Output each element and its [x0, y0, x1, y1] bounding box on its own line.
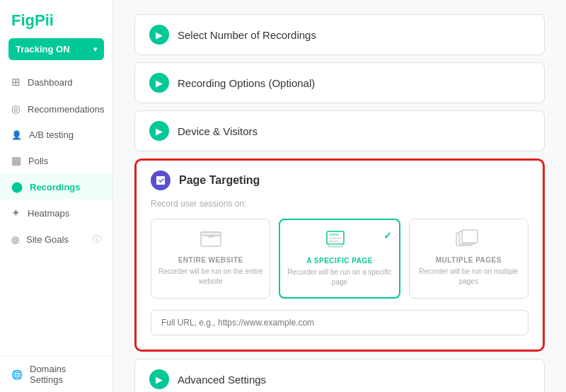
multiple-pages-name: MULTIPLE PAGES [417, 256, 521, 264]
select-recordings-title: Select Number of Recordings [178, 29, 316, 41]
svg-rect-6 [329, 241, 339, 242]
sidebar-item-ab-testing[interactable]: 👤 A/B testing [0, 122, 112, 147]
logo-pii: Pii [35, 11, 54, 29]
advanced-settings-title: Advanced Settings [178, 374, 266, 386]
option-multiple-pages[interactable]: MULTIPLE PAGES Recorder will be run on m… [409, 219, 529, 299]
sidebar-item-site-goals[interactable]: ◎ Site Goals ⓘ [0, 226, 112, 253]
polls-icon: ▦ [11, 154, 21, 167]
sidebar-item-recordings[interactable]: ⬤ Recordings [0, 174, 112, 200]
sidebar-item-recommendations[interactable]: ◎ Recommendations [0, 96, 112, 122]
multiple-pages-desc: Recorder will be run on multiple pages [417, 267, 521, 287]
option-entire-website[interactable]: .com ENTIRE WEBSITE Recorder will be run… [151, 219, 270, 299]
url-input[interactable] [151, 310, 529, 335]
select-recordings-icon: ▶ [149, 25, 169, 45]
checkmark-icon: ✓ [383, 230, 392, 241]
sidebar: FigPii Tracking ON ▾ ⊞ Dashboard ◎ Recom… [0, 0, 113, 392]
tracking-label: Tracking ON [16, 44, 70, 54]
targeting-options: .com ENTIRE WEBSITE Recorder will be run… [151, 219, 529, 299]
device-visitors-title: Device & Visitors [178, 125, 258, 137]
domains-icon: 🌐 [11, 369, 23, 380]
sidebar-nav: ⊞ Dashboard ◎ Recommendations 👤 A/B test… [0, 69, 112, 356]
device-visitors-icon: ▶ [149, 121, 169, 141]
main-content: ▶ Select Number of Recordings ▶ Recordin… [113, 0, 566, 392]
svg-rect-4 [329, 234, 339, 236]
select-recordings-section[interactable]: ▶ Select Number of Recordings [134, 14, 545, 55]
ab-testing-icon: 👤 [11, 130, 22, 140]
sidebar-item-label: A/B testing [29, 129, 74, 140]
heatmaps-icon: ✦ [11, 207, 21, 219]
sidebar-item-label: Recommendations [28, 104, 104, 115]
recommendations-icon: ◎ [11, 103, 21, 115]
page-targeting-section: Page Targeting Record user sessions on: … [134, 158, 545, 352]
recording-options-title: Recording Options (Optional) [178, 77, 315, 89]
sidebar-item-label: Dashboard [28, 77, 73, 88]
entire-website-desc: Recorder will be run on the entire websi… [158, 267, 262, 287]
sidebar-item-label: Site Goals [26, 234, 69, 245]
specific-page-icon: ✓ [287, 230, 391, 253]
recording-options-section[interactable]: ▶ Recording Options (Optional) [134, 62, 545, 103]
option-specific-page[interactable]: ✓ A SPECIFIC PAGE Recorder will be run o… [279, 219, 400, 299]
multiple-pages-icon [417, 229, 521, 252]
record-label: Record user sessions on: [151, 199, 529, 209]
sidebar-item-label: Heatmaps [28, 208, 69, 219]
specific-page-desc: Recorder will be run on a specific page [287, 267, 391, 287]
specific-page-name: A SPECIFIC PAGE [287, 257, 391, 265]
device-visitors-section[interactable]: ▶ Device & Visitors [134, 110, 545, 151]
entire-website-icon: .com [158, 229, 262, 252]
svg-rect-7 [328, 244, 342, 247]
info-icon: ⓘ [93, 234, 101, 246]
svg-text:.com: .com [207, 234, 214, 238]
site-goals-icon: ◎ [11, 234, 19, 245]
recordings-icon: ⬤ [11, 181, 23, 192]
advanced-settings-icon: ▶ [149, 369, 169, 389]
tracking-button[interactable]: Tracking ON ▾ [8, 38, 104, 60]
recording-options-icon: ▶ [149, 73, 169, 93]
sidebar-item-polls[interactable]: ▦ Polls [0, 147, 112, 174]
sidebar-item-label: Recordings [30, 182, 81, 192]
sidebar-item-heatmaps[interactable]: ✦ Heatmaps [0, 200, 112, 226]
svg-rect-5 [329, 238, 342, 239]
advanced-settings-section[interactable]: ▶ Advanced Settings [134, 359, 545, 392]
page-targeting-title: Page Targeting [179, 174, 260, 187]
sidebar-item-label: Polls [28, 156, 48, 166]
sidebar-item-domains[interactable]: 🌐 Domains Settings [0, 356, 112, 392]
page-targeting-icon [151, 171, 171, 190]
tracking-chevron: ▾ [93, 45, 97, 53]
sidebar-item-dashboard[interactable]: ⊞ Dashboard [0, 69, 112, 96]
entire-website-name: ENTIRE WEBSITE [158, 256, 262, 264]
domains-label: Domains Settings [30, 364, 101, 385]
logo-fig: Fig [11, 11, 35, 29]
svg-rect-10 [462, 230, 478, 243]
logo: FigPii [0, 0, 112, 38]
dashboard-icon: ⊞ [11, 76, 21, 88]
page-targeting-body: Record user sessions on: .com ENTIRE WEB… [137, 199, 543, 350]
page-targeting-header: Page Targeting [137, 161, 543, 199]
